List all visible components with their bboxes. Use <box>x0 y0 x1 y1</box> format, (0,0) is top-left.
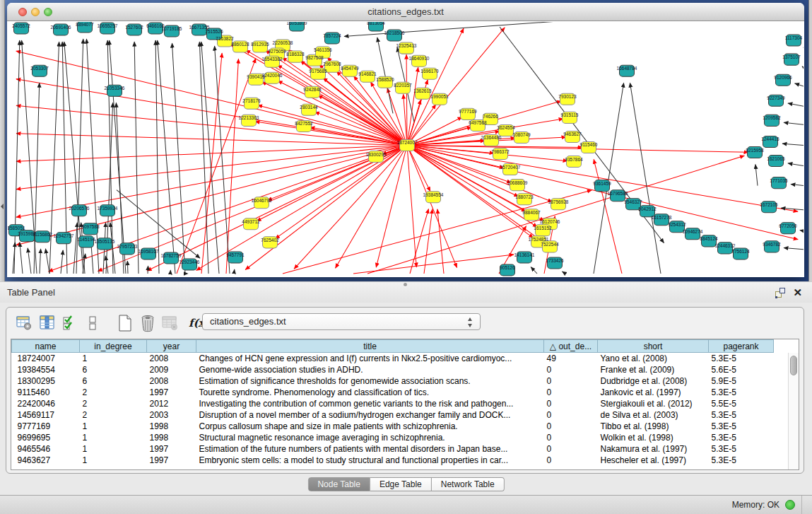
memory-ok-indicator[interactable] <box>785 500 795 510</box>
column-header[interactable]: year <box>147 340 196 353</box>
graph-edge[interactable] <box>83 254 86 274</box>
table-row[interactable]: 2242004622012Investigating the contribut… <box>12 398 774 409</box>
graph-edge[interactable] <box>261 82 407 146</box>
network-graph[interactable]: 1872400771638228860128891293522260538927… <box>8 22 804 277</box>
graph-edge[interactable] <box>424 209 433 274</box>
graph-edge[interactable] <box>147 145 407 271</box>
network-table-selector[interactable]: citations_edges.txt <box>202 313 481 330</box>
graph-edge[interactable] <box>788 103 804 106</box>
zoom-button[interactable] <box>44 8 52 16</box>
split-pane-divider[interactable] <box>0 0 5 281</box>
graph-edge[interactable] <box>294 145 407 269</box>
graph-edge[interactable] <box>16 145 407 245</box>
table-row[interactable]: 1456911722003Disruption of a novel membe… <box>12 409 774 421</box>
graph-edge[interactable] <box>791 185 804 186</box>
graph-edge[interactable] <box>148 266 148 274</box>
new-column-icon[interactable] <box>115 314 135 332</box>
table-row[interactable]: 1938455462009Genome-wide association stu… <box>12 364 774 375</box>
graph-edge[interactable] <box>28 248 31 274</box>
graph-edge[interactable] <box>155 40 159 274</box>
table-row[interactable]: 977716911998Corpus callosum shape and si… <box>12 421 774 432</box>
graph-edge[interactable] <box>594 159 622 274</box>
close-button[interactable] <box>18 8 27 16</box>
graph-edge[interactable] <box>257 145 407 221</box>
table-cell: 5.6E-5 <box>709 364 774 375</box>
table-row[interactable]: 1872400712008Changes of HCN gene express… <box>12 353 774 364</box>
column-header[interactable]: name <box>12 340 80 353</box>
tab-network-table[interactable]: Network Table <box>432 477 505 491</box>
table-row[interactable]: 946362711997Embryonic stem cells: a mode… <box>12 455 774 466</box>
table-mode-icon[interactable] <box>15 314 35 332</box>
graph-edge[interactable] <box>406 54 407 145</box>
graph-edge[interactable] <box>755 165 758 186</box>
graph-edge[interactable] <box>158 40 175 274</box>
column-header[interactable]: △ out_de... <box>544 340 598 353</box>
graph-edge[interactable] <box>45 249 49 274</box>
graph-node-label: 9346782 <box>763 242 781 247</box>
graph-edge[interactable] <box>407 145 798 239</box>
graph-edge[interactable] <box>437 209 444 274</box>
graph-edge[interactable] <box>562 271 565 274</box>
graph-node-label: 9315115 <box>561 112 579 117</box>
graph-edge[interactable] <box>172 43 185 274</box>
graph-edge[interactable] <box>177 59 256 274</box>
graph-edge[interactable] <box>16 145 407 161</box>
column-header[interactable]: short <box>598 340 709 353</box>
graph-edge[interactable] <box>61 250 63 274</box>
column-header[interactable]: in_degree <box>80 340 147 353</box>
graph-edge[interactable] <box>377 37 393 113</box>
graph-node-label: 1244415 <box>761 136 779 141</box>
graph-edge[interactable] <box>407 145 416 267</box>
graph-edge[interactable] <box>788 163 804 166</box>
vertical-scrollbar[interactable] <box>788 353 799 469</box>
graph-edge[interactable] <box>531 267 537 274</box>
select-all-checks-icon[interactable] <box>60 314 80 332</box>
float-panel-icon[interactable] <box>775 288 785 298</box>
column-header[interactable]: pagerank <box>709 340 774 353</box>
scrollbar-thumb[interactable] <box>790 356 797 375</box>
graph-edge[interactable] <box>407 100 420 146</box>
close-panel-icon[interactable]: ✕ <box>793 282 802 303</box>
network-canvas[interactable]: 1872400771638228860128891293522260538927… <box>8 22 804 277</box>
panel-resize-grip[interactable] <box>404 283 407 286</box>
graph-edge[interactable] <box>782 144 804 145</box>
tab-node-table[interactable]: Node Table <box>307 477 370 491</box>
graph-edge[interactable] <box>127 261 128 274</box>
graph-edge[interactable] <box>407 145 748 152</box>
minimize-button[interactable] <box>31 8 40 16</box>
graph-edge[interactable] <box>14 40 20 274</box>
graph-edge[interactable] <box>20 243 23 274</box>
graph-edge[interactable] <box>34 83 40 274</box>
deselect-all-icon[interactable] <box>83 314 102 332</box>
table-cell: 1997 <box>147 387 196 398</box>
graph-edge[interactable] <box>407 28 505 146</box>
graph-edge[interactable] <box>215 46 230 274</box>
graph-edge[interactable] <box>353 255 514 274</box>
graph-edge[interactable] <box>784 248 804 250</box>
column-header[interactable]: title <box>196 340 544 353</box>
table-row[interactable]: 911546021997Tourette syndrome. Phenomeno… <box>12 387 774 398</box>
graph-edge[interactable] <box>800 230 804 231</box>
table-row[interactable]: 1830029562008Estimation of significance … <box>12 375 774 387</box>
graph-edge[interactable] <box>795 83 804 86</box>
graph-edge[interactable] <box>630 83 661 274</box>
graph-edge[interactable] <box>802 66 804 68</box>
graph-edge[interactable] <box>134 42 139 274</box>
graph-node-label: 8427552 <box>295 121 313 126</box>
graph-edge[interactable] <box>234 269 235 274</box>
tab-edge-table[interactable]: Edge Table <box>370 477 432 491</box>
graph-node-label: 16648784 <box>617 66 637 71</box>
graph-edge[interactable] <box>784 122 804 124</box>
graph-edge[interactable] <box>226 59 238 274</box>
network-window-titlebar[interactable]: citations_edges.txt <box>7 3 804 21</box>
table-cell: Yano et al. (2008) <box>598 353 709 364</box>
graph-edge[interactable] <box>245 145 407 269</box>
delete-column-trash-icon[interactable] <box>138 314 158 332</box>
graph-edge[interactable] <box>40 249 41 274</box>
column-visibility-icon[interactable] <box>37 314 57 332</box>
table-row[interactable]: 969969511998Structural magnetic resonanc… <box>12 432 774 443</box>
right-split-divider[interactable] <box>808 0 812 281</box>
table-row[interactable]: 946554611997Estimation of the future num… <box>12 443 774 455</box>
collapse-arrow-icon[interactable] <box>1 204 4 209</box>
graph-edge[interactable] <box>367 156 744 274</box>
